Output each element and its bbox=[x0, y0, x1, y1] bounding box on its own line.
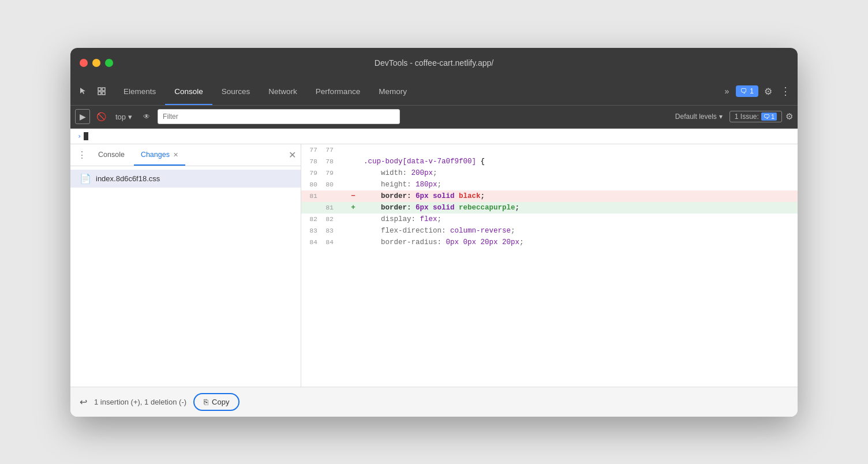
issues-badge-icon: 🗨 bbox=[740, 87, 747, 95]
file-icon: 📄 bbox=[80, 173, 91, 184]
title-bar: DevTools - coffee-cart.netlify.app/ bbox=[70, 48, 798, 78]
copy-label: Copy bbox=[212, 398, 229, 406]
tab-sources[interactable]: Sources bbox=[212, 78, 260, 105]
issues-badge-button[interactable]: 🗨 1 bbox=[736, 85, 758, 97]
insertion-marker: + bbox=[347, 202, 359, 214]
panel-tabs: ⋮ Console Changes ✕ ✕ bbox=[70, 144, 301, 166]
issues-button[interactable]: 1 Issue: 🗨 1 bbox=[729, 111, 782, 122]
panel-tab-changes[interactable]: Changes ✕ bbox=[134, 144, 185, 166]
log-levels-button[interactable]: Default levels ▾ bbox=[672, 111, 726, 122]
execute-button[interactable]: ▶ bbox=[75, 109, 90, 124]
context-dropdown[interactable]: top ▾ bbox=[112, 111, 136, 122]
copy-button[interactable]: ⎘ Copy bbox=[193, 393, 240, 411]
maximize-button[interactable] bbox=[105, 59, 113, 67]
svg-rect-3 bbox=[102, 92, 105, 95]
code-line-84: 84 84 border-radius: 0px 0px 20px 20px; bbox=[301, 237, 798, 248]
panel-close-button[interactable]: ✕ bbox=[289, 149, 296, 160]
toolbar-tabs: Elements Console Sources Network Perform… bbox=[114, 78, 717, 105]
minimize-button[interactable] bbox=[92, 59, 100, 67]
code-line-78: 78 78 .cup-body[data-v-7a0f9f00] { bbox=[301, 156, 798, 167]
inspect-icon[interactable] bbox=[93, 83, 110, 99]
left-panel: ⋮ Console Changes ✕ ✕ 📄 index.8d6c6f18.c… bbox=[70, 144, 301, 387]
revert-icon[interactable]: ↩ bbox=[80, 396, 87, 407]
svg-rect-1 bbox=[102, 88, 105, 91]
issues-count: 1 bbox=[771, 113, 775, 120]
window-title: DevTools - coffee-cart.netlify.app/ bbox=[375, 58, 493, 68]
prompt-chevron-icon: › bbox=[77, 132, 81, 140]
context-label: top bbox=[115, 113, 126, 121]
console-toolbar-right: Default levels ▾ 1 Issue: 🗨 1 ⚙ bbox=[672, 111, 793, 122]
toolbar-right: » 🗨 1 ⚙ ⋮ bbox=[717, 83, 793, 100]
dropdown-icon: ▾ bbox=[128, 113, 132, 121]
code-line-83: 83 83 flex-direction: column-reverse; bbox=[301, 225, 798, 237]
deletion-marker: − bbox=[347, 190, 359, 202]
main-content: ⋮ Console Changes ✕ ✕ 📄 index.8d6c6f18.c… bbox=[70, 144, 798, 387]
panel-more-icon[interactable]: ⋮ bbox=[75, 148, 89, 162]
code-diff-area: 77 77 78 78 .cup-body[data-v-7a0f9f00] { bbox=[301, 144, 798, 387]
issues-text: 1 Issue: bbox=[735, 113, 759, 121]
issues-icon: 🗨 bbox=[764, 113, 770, 120]
tab-network[interactable]: Network bbox=[259, 78, 306, 105]
console-toolbar: ▶ 🚫 top ▾ 👁 Default levels ▾ 1 Issue: 🗨 … bbox=[70, 106, 798, 129]
issues-badge-count: 1 bbox=[750, 87, 754, 95]
close-button[interactable] bbox=[80, 59, 88, 67]
console-settings-icon[interactable]: ⚙ bbox=[785, 111, 793, 122]
more-tabs-button[interactable]: » bbox=[721, 84, 733, 98]
file-item[interactable]: 📄 index.8d6c6f18.css bbox=[70, 170, 301, 188]
panel-tab-console[interactable]: Console bbox=[91, 144, 132, 166]
live-expressions-button[interactable]: 👁 bbox=[139, 109, 154, 124]
diff-summary: 1 insertion (+), 1 deletion (-) bbox=[94, 398, 186, 406]
cursor-icon[interactable] bbox=[75, 83, 91, 99]
tab-memory[interactable]: Memory bbox=[369, 78, 416, 105]
right-panel: 77 77 78 78 .cup-body[data-v-7a0f9f00] { bbox=[301, 144, 798, 387]
traffic-lights bbox=[80, 59, 113, 67]
devtools-window: DevTools - coffee-cart.netlify.app/ Elem… bbox=[70, 48, 798, 417]
code-line-80: 80 80 height: 180px; bbox=[301, 179, 798, 190]
tab-elements[interactable]: Elements bbox=[114, 78, 165, 105]
svg-rect-0 bbox=[98, 88, 101, 91]
code-line-77: 77 77 bbox=[301, 144, 798, 156]
panel-tab-close-icon[interactable]: ✕ bbox=[173, 151, 178, 159]
code-line-82: 82 82 display: flex; bbox=[301, 214, 798, 225]
clear-console-button[interactable]: 🚫 bbox=[93, 109, 108, 124]
copy-icon: ⎘ bbox=[204, 398, 208, 406]
svg-rect-2 bbox=[98, 92, 101, 95]
toolbar-icons bbox=[75, 83, 114, 99]
issues-count-badge: 🗨 1 bbox=[761, 113, 777, 121]
console-prompt: › bbox=[70, 129, 798, 144]
settings-icon[interactable]: ⚙ bbox=[762, 84, 775, 99]
panel-tab-changes-label: Changes bbox=[141, 151, 170, 159]
file-name: index.8d6c6f18.css bbox=[96, 174, 160, 183]
tab-console[interactable]: Console bbox=[165, 78, 212, 105]
code-line-81-ins: 81 + border: 6px solid rebeccapurple; bbox=[301, 202, 798, 214]
cursor-blink bbox=[84, 132, 88, 140]
log-levels-label: Default levels bbox=[675, 113, 717, 121]
log-levels-chevron: ▾ bbox=[719, 113, 723, 121]
panel-tab-console-label: Console bbox=[98, 151, 125, 159]
tab-performance[interactable]: Performance bbox=[306, 78, 369, 105]
code-line-81-del: 81 − border: 6px solid black; bbox=[301, 190, 798, 202]
main-toolbar: Elements Console Sources Network Perform… bbox=[70, 78, 798, 106]
file-list: 📄 index.8d6c6f18.css bbox=[70, 166, 301, 191]
bottom-bar: ↩ 1 insertion (+), 1 deletion (-) ⎘ Copy bbox=[70, 387, 798, 417]
more-options-icon[interactable]: ⋮ bbox=[778, 83, 793, 100]
filter-input[interactable] bbox=[158, 109, 400, 124]
code-line-79: 79 79 width: 200px; bbox=[301, 167, 798, 179]
